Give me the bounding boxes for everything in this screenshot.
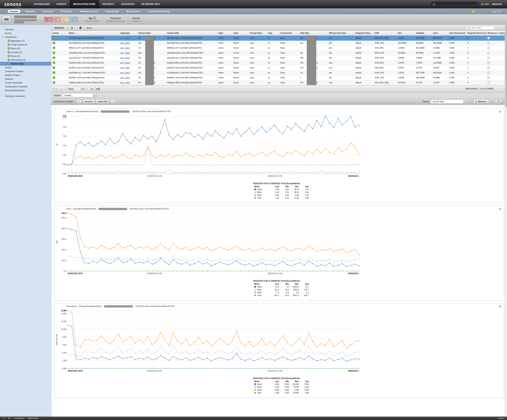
prev-page-button[interactable]: ◀ [59, 87, 63, 91]
sidebar-item-raid-groups-1-[interactable]: ✓Raid Groups (1) [0, 58, 51, 62]
aggregate-link[interactable]: aggr_data1 [120, 42, 130, 44]
sub-nav-item-network-map[interactable]: Network Map [103, 10, 121, 13]
table-row[interactable]: ✓184a3bb8-232e-11ea-b43d-d039ea027921agg… [51, 50, 507, 55]
column-header-monitored[interactable]: Monitored [486, 31, 497, 36]
aggregate-link[interactable]: aggr_data1 [120, 57, 130, 59]
event-badge-critical[interactable]: !!0 [44, 17, 53, 22]
monitored-checkbox[interactable]: ✓ [487, 62, 490, 64]
column-header-used[interactable]: Used [432, 31, 448, 36]
column-header-nas-security-style[interactable]: NAS Security Style [328, 31, 354, 36]
column-header-snapshot-reserve-[interactable]: Snapshot Reserve [%] [466, 31, 486, 36]
sidebar-item-plexes-1-[interactable]: ✓Plexes (1) [0, 54, 51, 58]
sub-nav-item-networks[interactable]: Networks [23, 10, 38, 13]
top-nav-item-advanced[interactable]: ADVANCED [118, 0, 138, 8]
filter-box[interactable] [466, 26, 495, 30]
sub-nav-item-windows-services[interactable]: Windows Services [77, 10, 101, 13]
next-page-button[interactable]: ▶ [90, 87, 94, 91]
column-header-events[interactable]: Events [51, 31, 68, 36]
jobs-button[interactable]: 0 Jobs▾ [497, 417, 506, 420]
column-header-over-provisioned[interactable]: Over Provisioned [448, 31, 466, 36]
sidebar-item-device-administration[interactable]: Device Administration [0, 88, 51, 92]
sidebar-item-graphs[interactable]: Graphs [0, 66, 51, 69]
monitored-checkbox[interactable]: ✓ [487, 37, 490, 39]
signout-link[interactable]: SIGN OUT [492, 3, 502, 5]
top-nav-item-reports[interactable]: REPORTS [99, 0, 118, 8]
table-row[interactable]: ✓84ff9115-c977-11e9-85d7-d039ea027921agg… [51, 45, 507, 50]
sidebar-item-volumes-11-[interactable]: ✓Volumes (11) [0, 62, 51, 66]
column-header-snapshot-policy[interactable]: Snapshot Policy [354, 31, 373, 36]
chart-gear-icon[interactable]: ⚙ [499, 207, 501, 211]
search-input[interactable] [435, 3, 476, 5]
aggregate-link[interactable]: aggr_data1 [120, 67, 130, 69]
aggregate-link[interactable]: aggr_data1 [120, 47, 130, 49]
aggregate-link[interactable]: aggr_data1 [120, 82, 130, 84]
monitored-checkbox[interactable]: ✓ [487, 71, 490, 74]
sub-nav-item-custom-network-map[interactable]: Custom Network Map [146, 10, 172, 13]
sidebar-item-custom-properties[interactable]: Custom Properties [0, 81, 51, 85]
refresh-button[interactable]: ↻ Refresh▾ [473, 99, 489, 104]
global-search[interactable]: ▾ [431, 2, 479, 7]
delete-button[interactable]: − [77, 26, 84, 30]
sidebar-item-monitoring-templates[interactable]: Monitoring Templates [0, 94, 51, 98]
sidebar-item-software[interactable]: Software [0, 77, 51, 81]
monitored-checkbox[interactable]: ✓ [487, 57, 490, 59]
table-row[interactable]: ✓d3e4fe7e-ca61-11e9-85d7-d039ea027921agg… [51, 65, 507, 70]
sub-nav-item-ip-services[interactable]: IP Services [58, 10, 75, 13]
sidebar-item-configuration-properties[interactable]: Configuration Properties [0, 85, 51, 88]
user-menu[interactable]: htolic [481, 3, 489, 5]
aggregate-link[interactable]: aggr_data1 [120, 62, 130, 64]
chart-gear-icon[interactable]: ⚙ [499, 110, 501, 114]
table-row[interactable]: ✓6e578368-d2fc-11e9-b43d-d039ea027921agg… [51, 40, 507, 45]
chart-gear-icon[interactable]: ⚙ [499, 305, 501, 308]
monitored-checkbox[interactable]: ✓ [487, 42, 490, 44]
sidebar-item-cluster-nodes-2-[interactable]: ✓Cluster Nodes (2) [0, 43, 51, 47]
column-header-svm[interactable]: SVM [373, 31, 397, 36]
sidebar-item-licenses-7-[interactable]: ✓Licenses (7) [0, 50, 51, 54]
aggregate-link[interactable]: aggr_data1 [120, 52, 130, 54]
table-row[interactable]: ✓f6d4b027-c979-11e9-85d7-d039ea027921agg… [51, 75, 507, 80]
aggregate-link[interactable]: aggr_data1 [120, 77, 130, 79]
device-class-link[interactable]: /Storage/NetApp/CMode [14, 19, 37, 21]
filter-input[interactable] [471, 27, 496, 29]
column-header-nas-path[interactable]: NAS Path [299, 31, 328, 36]
popout-button[interactable] [495, 99, 501, 104]
commands-button[interactable]: Commands▾ [13, 417, 26, 420]
select-button[interactable]: Select▾ [84, 26, 96, 30]
aggregate-link[interactable]: aggr_data1 [120, 37, 130, 39]
table-row[interactable]: ✓b3afed2f-d084-11e9-b43c-d039ea027921agg… [51, 60, 507, 65]
table-row[interactable]: ✓e1e02ad8-cb17-11e9-85d7-d039ea027921agg… [51, 70, 507, 75]
page-tips-link[interactable]: Page Tips [492, 10, 501, 13]
zoom-out-button[interactable]: Zoom Out [96, 99, 109, 104]
column-header-available[interactable]: Available [415, 31, 432, 36]
page-input[interactable] [75, 87, 80, 91]
event-rainbow[interactable]: !!0▽0▲0i0 [44, 17, 78, 22]
column-header-style[interactable]: Style [232, 31, 249, 36]
event-badge-error[interactable]: ▽0 [53, 17, 61, 22]
top-nav-item-dashboard[interactable]: DASHBOARD [30, 0, 53, 8]
column-header-name[interactable]: Name ▲ [68, 31, 119, 36]
sidebar-item-events[interactable]: Events [0, 31, 51, 35]
column-header-volume-uuid[interactable]: Volume UUID [166, 31, 217, 36]
table-row[interactable]: ✓aae1bc6f-cb17-11e9-85d7-d039ea027921agg… [51, 55, 507, 60]
scrollbar[interactable] [505, 25, 507, 417]
event-badge-warning[interactable]: ▲0 [61, 17, 69, 22]
scroll-right-button[interactable]: > [111, 99, 115, 104]
monitored-checkbox[interactable]: ✓ [487, 52, 490, 54]
sub-nav-item-manufacturers[interactable]: Manufacturers [124, 10, 143, 13]
sub-nav-item-devices[interactable]: Devices [8, 10, 21, 13]
expand-triangle-icon[interactable]: ▼ [2, 36, 3, 38]
grid-settings-button[interactable]: ⚙▾ [69, 26, 76, 30]
model-device-button[interactable]: Model Device [27, 417, 40, 420]
zenoss-logo[interactable]: zenoss CORE [0, 1, 30, 7]
monitored-checkbox[interactable]: ✓ [487, 66, 490, 69]
top-nav-item-network-map[interactable]: NETWORK MAP [138, 0, 163, 8]
sidebar-item-overview[interactable]: Overview [0, 28, 51, 31]
sidebar-item-modeler-plugins[interactable]: Modeler Plugins [0, 73, 51, 77]
column-header-state[interactable]: State [217, 31, 232, 36]
top-nav-item-infrastructure[interactable]: INFRASTRUCTURE [70, 0, 99, 8]
range-select[interactable]: Last 30 days ▼ [431, 100, 467, 104]
last-page-button[interactable]: ▶▐ [96, 87, 100, 91]
monitored-checkbox[interactable]: ✓ [487, 47, 490, 49]
sidebar-item-component-graphs[interactable]: Component Graphs [0, 69, 51, 73]
column-header-aggregate[interactable]: Aggregate [119, 31, 137, 36]
